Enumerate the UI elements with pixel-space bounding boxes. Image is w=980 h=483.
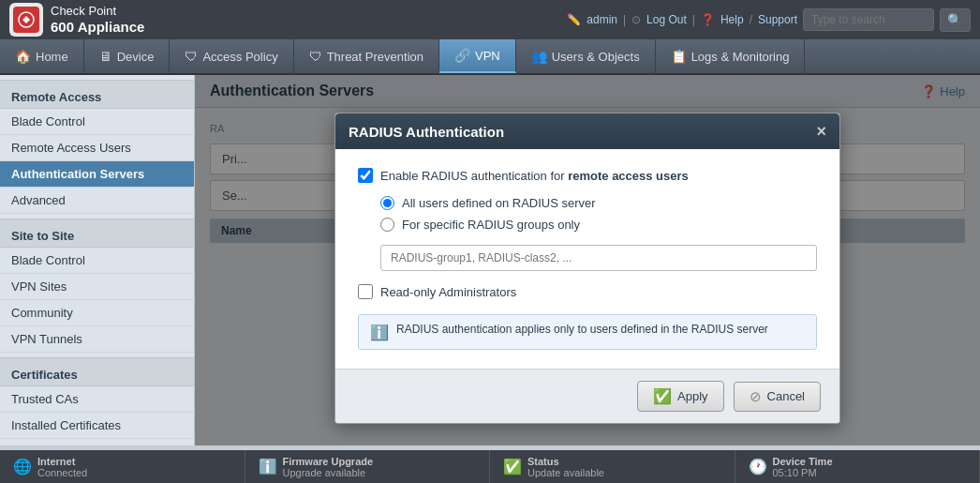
users-icon: 👥 [531,49,547,64]
firmware-icon: ℹ️ [259,458,277,475]
sidebar-item-advanced[interactable]: Advanced [0,188,194,214]
nav-device-label: Device [117,50,155,64]
home-icon: 🏠 [15,49,31,64]
enable-radius-label[interactable]: Enable RADIUS authentication for remote … [380,169,689,183]
radio-specific-groups-row: For specific RADIUS groups only [380,218,817,232]
search-button[interactable]: 🔍 [940,8,971,32]
sidebar-item-blade-control-sts[interactable]: Blade Control [0,248,194,274]
nav-logs-label: Logs & Monitoring [691,50,790,64]
readonly-admin-label[interactable]: Read-only Administrators [380,285,516,299]
logs-icon: 📋 [671,49,687,64]
modal-body: Enable RADIUS authentication for remote … [335,149,839,369]
sidebar-item-remote-access-users[interactable]: Remote Access Users [0,135,194,161]
sidebar-item-vpn-sites[interactable]: VPN Sites [0,274,194,300]
all-users-label[interactable]: All users defined on RADIUS server [402,196,596,210]
radio-group: All users defined on RADIUS server For s… [380,196,817,232]
help-link[interactable]: Help [720,13,744,26]
sidebar-item-installed-certs[interactable]: Installed Certificates [0,413,194,439]
device-icon: 🖥 [99,49,112,64]
support-link[interactable]: Support [758,13,797,26]
sidebar-item-authentication-servers[interactable]: Authentication Servers [0,161,194,188]
cancel-icon: ⊘ [750,388,762,405]
nav-device[interactable]: 🖥 Device [84,39,171,73]
nav-access-policy-label: Access Policy [202,50,277,64]
internet-icon: 🌐 [13,458,32,475]
nav-bar: 🏠 Home 🖥 Device 🛡 Access Policy 🛡 Threat… [0,39,980,75]
nav-vpn-label: VPN [475,49,500,63]
sidebar-section-remote-access: Remote Access [0,80,194,109]
system-status: Update available [527,467,604,478]
firmware-status: Upgrade available [283,467,366,478]
apply-icon: ✅ [653,387,672,405]
nav-access-policy[interactable]: 🛡 Access Policy [170,39,293,73]
sidebar-item-community[interactable]: Community [0,300,194,326]
sidebar-section-certificates: Certificates [0,357,194,386]
modal-header: RADIUS Authentication × [335,113,839,149]
sidebar: Remote Access Blade Control Remote Acces… [0,75,195,445]
app-name: Check Point 600 Appliance [51,4,144,36]
nav-home-label: Home [36,50,68,64]
time-value: 05:10 PM [773,467,817,478]
enable-radius-checkbox[interactable] [358,168,373,183]
system-icon: ✅ [503,458,522,475]
threat-icon: 🛡 [309,49,322,64]
time-label: Device Time [773,456,833,467]
readonly-admin-checkbox[interactable] [358,284,373,299]
edit-icon: ✏️ [567,13,581,26]
modal-title: RADIUS Authentication [349,124,504,140]
status-internet: 🌐 Internet Connected [0,450,245,483]
info-icon: ℹ️ [370,324,389,341]
nav-users-label: Users & Objects [552,50,640,64]
search-input[interactable] [803,8,934,31]
readonly-admin-row: Read-only Administrators [358,284,817,299]
nav-home[interactable]: 🏠 Home [0,39,84,73]
firmware-label: Firmware Upgrade [283,456,374,467]
info-text: RADIUS authentication applies only to us… [396,323,768,336]
specific-groups-label[interactable]: For specific RADIUS groups only [402,218,580,232]
admin-link[interactable]: admin [587,13,617,26]
radius-groups-input[interactable] [380,245,817,271]
radius-auth-modal: RADIUS Authentication × Enable RADIUS au… [334,113,840,424]
clock-icon: 🕐 [749,458,767,475]
top-bar-actions: ✏️ admin | ⊙ Log Out | ❓ Help / Support … [567,8,971,32]
logout-link[interactable]: Log Out [646,13,687,26]
nav-threat-label: Threat Prevention [327,50,423,64]
sidebar-section-site-to-site: Site to Site [0,219,194,248]
status-bar: 🌐 Internet Connected ℹ️ Firmware Upgrade… [0,450,980,483]
nav-threat-prevention[interactable]: 🛡 Threat Prevention [294,39,439,73]
help-icon: ❓ [701,13,715,26]
top-bar: Check Point 600 Appliance ✏️ admin | ⊙ L… [0,0,980,39]
content-area: Authentication Servers ❓ Help RA Pri... … [195,75,980,445]
nav-logs-monitoring[interactable]: 📋 Logs & Monitoring [656,39,806,73]
internet-status: Connected [37,467,87,478]
specific-groups-radio[interactable] [380,218,394,232]
status-firmware: ℹ️ Firmware Upgrade Upgrade available [245,450,491,483]
sidebar-item-vpn-tunnels[interactable]: VPN Tunnels [0,326,194,353]
app-logo: Check Point 600 Appliance [9,3,144,37]
sidebar-item-trusted-cas[interactable]: Trusted CAs [0,386,194,413]
modal-close-button[interactable]: × [816,123,826,140]
main-area: Remote Access Blade Control Remote Acces… [0,75,980,445]
app-logo-icon [9,3,43,37]
status-system: ✅ Status Update available [490,450,735,483]
all-users-radio[interactable] [380,196,394,210]
sidebar-item-blade-control-ra[interactable]: Blade Control [0,109,194,135]
logout-icon: ⊙ [631,13,641,26]
info-note: ℹ️ RADIUS authentication applies only to… [358,314,817,350]
radio-all-users-row: All users defined on RADIUS server [380,196,817,210]
vpn-icon: 🔗 [454,48,470,63]
cancel-button[interactable]: ⊘ Cancel [734,382,821,412]
system-label: Status [527,456,604,467]
modal-overlay: RADIUS Authentication × Enable RADIUS au… [195,75,980,445]
enable-checkbox-row: Enable RADIUS authentication for remote … [358,168,817,183]
access-policy-icon: 🛡 [185,49,198,64]
status-time: 🕐 Device Time 05:10 PM [735,450,981,483]
apply-button[interactable]: ✅ Apply [637,381,724,412]
nav-vpn[interactable]: 🔗 VPN [439,39,516,73]
nav-users-objects[interactable]: 👥 Users & Objects [516,39,656,73]
modal-footer: ✅ Apply ⊘ Cancel [335,369,839,423]
internet-label: Internet [37,456,87,467]
